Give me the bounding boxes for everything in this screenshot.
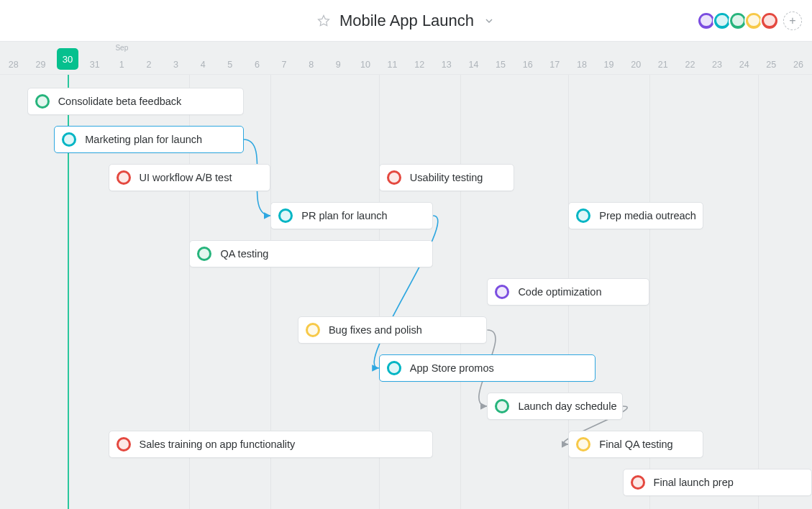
task-label: UI workflow A/B test (140, 172, 232, 183)
task-final-qa[interactable]: Final QA testing (568, 431, 703, 458)
task-label: PR plan for launch (301, 210, 387, 221)
task-qa-testing[interactable]: QA testing (189, 240, 433, 267)
task-label: Code optimization (518, 286, 601, 298)
assignee-avatar (304, 321, 321, 339)
date-cell[interactable]: 16 (514, 42, 542, 74)
date-cell[interactable]: 25 (758, 42, 785, 74)
date-cell[interactable]: 5 (216, 42, 244, 74)
date-cell[interactable]: 18 (568, 42, 596, 74)
assignee-avatar (196, 245, 213, 262)
date-cell[interactable]: 2 (135, 42, 163, 74)
collaborator-avatar[interactable] (760, 12, 779, 30)
date-cell[interactable]: 14 (460, 42, 488, 74)
date-cell[interactable]: 6 (244, 42, 271, 74)
task-label: Usability testing (410, 172, 483, 183)
task-label: Sales training on app functionality (140, 439, 296, 450)
date-cell[interactable]: 15 (487, 42, 514, 74)
assignee-avatar (60, 131, 78, 148)
task-usability-testing[interactable]: Usability testing (379, 164, 514, 191)
date-cell[interactable]: 12 (406, 42, 433, 74)
svg-marker-0 (318, 15, 329, 25)
date-cell[interactable]: 4 (189, 42, 216, 74)
timeline-canvas[interactable]: Consolidate beta feedbackMarketing plan … (0, 75, 812, 509)
assignee-avatar (115, 436, 132, 453)
date-cell[interactable]: 24 (731, 42, 758, 74)
task-label: Final QA testing (599, 439, 672, 450)
page-title: Mobile App Launch (339, 12, 474, 30)
date-cell[interactable]: 20 (622, 42, 649, 74)
task-marketing-plan[interactable]: Marketing plan for launch (54, 126, 243, 153)
date-cell[interactable]: 28 (0, 42, 27, 74)
header-title-group: Mobile App Launch (316, 12, 496, 30)
month-label: Sep (115, 44, 128, 52)
date-cell[interactable]: 1Sep (109, 42, 136, 74)
date-cell[interactable]: 17 (542, 42, 569, 74)
assignee-avatar (115, 169, 132, 186)
app-header: Mobile App Launch + (0, 0, 812, 42)
date-cell[interactable]: 19 (596, 42, 623, 74)
assignee-avatar (493, 398, 511, 415)
task-prep-media[interactable]: Prep media outreach (568, 202, 703, 229)
date-cell[interactable]: 22 (677, 42, 704, 74)
date-cell[interactable]: 7 (270, 42, 298, 74)
task-sales-training[interactable]: Sales training on app functionality (109, 431, 434, 458)
date-cell[interactable]: 31 (81, 42, 109, 74)
task-consolidate-beta-feedback[interactable]: Consolidate beta feedback (27, 88, 244, 115)
task-pr-plan[interactable]: PR plan for launch (270, 202, 433, 229)
assignee-avatar (277, 207, 294, 224)
task-launch-day-schedule[interactable]: Launch day schedule (487, 393, 622, 420)
assignee-avatar (575, 207, 592, 224)
date-cell[interactable]: 30 (54, 42, 81, 74)
date-cell[interactable]: 13 (433, 42, 460, 74)
task-label: Consolidate beta feedback (58, 96, 182, 107)
task-label: Final launch prep (654, 477, 734, 488)
assignee-avatar (34, 93, 51, 110)
add-collaborator-button[interactable]: + (783, 12, 802, 30)
date-ruler: 282930311Sep2345678910111213141516171819… (0, 42, 812, 75)
assignee-avatar (629, 474, 647, 491)
task-label: QA testing (220, 248, 268, 260)
gridline (460, 75, 461, 509)
task-app-store-promos[interactable]: App Store promos (379, 354, 596, 382)
task-ui-ab-test[interactable]: UI workflow A/B test (109, 164, 271, 191)
task-final-launch-prep[interactable]: Final launch prep (623, 469, 812, 496)
task-label: Launch day schedule (518, 400, 616, 412)
gridline (758, 75, 759, 509)
assignee-avatar (493, 283, 511, 301)
task-label: App Store promos (410, 362, 494, 374)
date-cell[interactable]: 8 (298, 42, 325, 74)
date-cell[interactable]: 23 (703, 42, 731, 74)
date-cell[interactable]: 3 (163, 42, 190, 74)
task-code-optimization[interactable]: Code optimization (487, 278, 649, 306)
dependency-arrow (374, 216, 438, 368)
assignee-avatar (386, 169, 403, 186)
task-label: Prep media outreach (599, 210, 696, 221)
chevron-down-icon[interactable] (483, 14, 496, 27)
date-cell[interactable]: 26 (785, 42, 812, 74)
date-cell[interactable]: 11 (379, 42, 406, 74)
date-cell[interactable]: 10 (352, 42, 379, 74)
task-bug-fixes[interactable]: Bug fixes and polish (298, 316, 487, 344)
task-label: Marketing plan for launch (85, 134, 202, 145)
date-cell[interactable]: 29 (27, 42, 55, 74)
date-cell[interactable]: 9 (325, 42, 352, 74)
star-icon[interactable] (316, 14, 331, 28)
collaborator-avatars: + (697, 12, 802, 30)
assignee-avatar (386, 359, 403, 377)
assignee-avatar (575, 436, 592, 453)
task-label: Bug fixes and polish (329, 324, 422, 336)
date-cell[interactable]: 21 (649, 42, 677, 74)
